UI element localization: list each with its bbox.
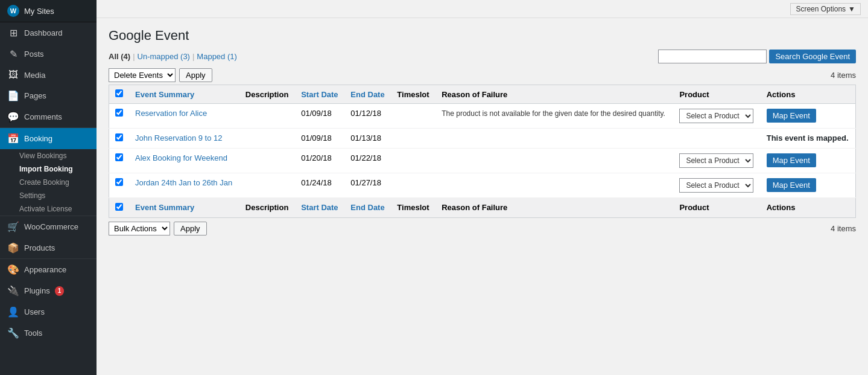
footer-select-all-checkbox[interactable] — [115, 203, 123, 211]
row-end-date-3: 01/22/18 — [344, 149, 391, 173]
footer-sort-end-date[interactable]: End Date — [350, 203, 384, 212]
sidebar-item-appearance[interactable]: 🎨 Appearance — [0, 259, 97, 280]
header-event-summary: Event Summary — [129, 85, 239, 104]
row-end-date-4: 01/27/18 — [344, 173, 391, 198]
footer-failure-header: Reason of Failure — [436, 198, 673, 218]
filter-bar: All (4) | Un-mapped (3) | Mapped (1) Sea… — [109, 50, 856, 63]
apply-button-top[interactable]: Apply — [179, 68, 212, 82]
select-all-checkbox[interactable] — [115, 89, 123, 97]
sidebar: W My Sites ⊞ Dashboard ✎ Posts 🖼 Media 📄… — [0, 0, 97, 375]
row-product-3: Select a Product Select Product — [673, 149, 760, 173]
footer-checkbox-cell — [109, 198, 130, 218]
row-product-1: Select a Product Select Product — [673, 104, 760, 129]
users-icon: 👤 — [7, 306, 19, 318]
sidebar-item-pages[interactable]: 📄 Pages — [0, 85, 97, 106]
filter-mapped[interactable]: Mapped (1) — [197, 52, 236, 61]
row-checkbox-3[interactable] — [115, 153, 123, 161]
sort-event-summary[interactable]: Event Summary — [135, 90, 194, 99]
sidebar-item-tools[interactable]: 🔧 Tools — [0, 322, 97, 344]
search-button[interactable]: Search Google Event — [769, 50, 856, 63]
row-start-date-1: 01/09/18 — [295, 104, 344, 129]
bulk-bar-bottom: Bulk Actions Apply 4 items — [109, 222, 856, 236]
sidebar-item-booking[interactable]: 📅 Booking — [0, 128, 97, 149]
sidebar-sub-create-booking[interactable]: Create Booking — [0, 176, 97, 189]
map-event-button-3[interactable]: Map Event — [767, 153, 816, 167]
row-actions-3: Map Event — [761, 149, 856, 173]
event-link-2[interactable]: John Reservation 9 to 12 — [135, 133, 223, 143]
apply-button-bottom[interactable]: Apply — [174, 222, 207, 236]
bulk-actions-select-bottom[interactable]: Bulk Actions — [109, 222, 170, 236]
bulk-actions-select-top[interactable]: Delete Events — [109, 68, 176, 82]
mapped-text-2: This event is mapped. — [767, 133, 849, 143]
row-checkbox-4[interactable] — [115, 178, 123, 186]
footer-start-date-header: Start Date — [295, 198, 344, 218]
row-description-3 — [239, 149, 295, 173]
sidebar-sub-settings[interactable]: Settings — [0, 189, 97, 202]
event-link-3[interactable]: Alex Booking for Weekend — [135, 153, 227, 162]
wordpress-icon: W — [7, 5, 19, 17]
header-timeslot: Timeslot — [391, 85, 436, 104]
row-actions-2: This event is mapped. — [761, 129, 856, 149]
footer-sort-event-summary[interactable]: Event Summary — [135, 203, 194, 212]
row-end-date-1: 01/12/18 — [344, 104, 391, 129]
footer-sort-start-date[interactable]: Start Date — [301, 203, 338, 212]
filter-unmapped[interactable]: Un-mapped (3) — [138, 52, 190, 61]
sidebar-item-comments[interactable]: 💬 Comments — [0, 106, 97, 127]
dashboard-icon: ⊞ — [7, 27, 19, 39]
plugins-icon: 🔌 — [7, 285, 19, 296]
bulk-bar-top: Delete Events Apply 4 items — [109, 68, 856, 82]
product-select-1[interactable]: Select a Product Select Product — [679, 109, 753, 123]
sidebar-sub-import-booking[interactable]: Import Booking — [0, 162, 97, 176]
sidebar-sub-activate-license[interactable]: Activate License — [0, 202, 97, 216]
filter-all[interactable]: All (4) — [109, 52, 130, 61]
event-link-1[interactable]: Reservation for Alice — [135, 109, 207, 118]
map-event-button-1[interactable]: Map Event — [767, 109, 816, 123]
sidebar-item-label-appearance: Appearance — [24, 265, 66, 274]
table-row: Reservation for Alice 01/09/18 01/12/18 … — [109, 104, 856, 129]
sidebar-item-dashboard[interactable]: ⊞ Dashboard — [0, 22, 97, 43]
sidebar-item-label-dashboard: Dashboard — [24, 28, 63, 37]
row-checkbox-2[interactable] — [115, 133, 123, 141]
row-failure-1: The product is not available for the giv… — [436, 104, 673, 129]
table-row: John Reservation 9 to 12 01/09/18 01/13/… — [109, 129, 856, 149]
tools-icon: 🔧 — [7, 327, 19, 339]
items-count-bottom: 4 items — [831, 224, 856, 233]
sidebar-item-plugins[interactable]: 🔌 Plugins 1 — [0, 280, 97, 301]
sort-start-date[interactable]: Start Date — [301, 90, 338, 99]
sidebar-item-users[interactable]: 👤 Users — [0, 301, 97, 322]
pages-icon: 📄 — [7, 90, 19, 101]
row-start-date-2: 01/09/18 — [295, 129, 344, 149]
sidebar-item-label-products: Products — [24, 243, 55, 252]
header-product: Product — [673, 85, 760, 104]
plugins-badge: 1 — [55, 286, 65, 296]
sidebar-item-label-tools: Tools — [24, 329, 42, 338]
page-content: Google Event All (4) | Un-mapped (3) | M… — [97, 18, 868, 375]
screen-options-button[interactable]: Screen Options ▼ — [790, 3, 861, 15]
sidebar-item-label-posts: Posts — [24, 50, 44, 59]
sidebar-item-label-woocommerce: WooCommerce — [24, 222, 78, 231]
row-start-date-4: 01/24/18 — [295, 173, 344, 198]
sidebar-sub-view-bookings[interactable]: View Bookings — [0, 149, 97, 162]
event-link-4[interactable]: Jordan 24th Jan to 26th Jan — [135, 178, 232, 187]
sidebar-item-media[interactable]: 🖼 Media — [0, 65, 97, 85]
sidebar-item-woocommerce[interactable]: 🛒 WooCommerce — [0, 216, 97, 237]
sidebar-item-posts[interactable]: ✎ Posts — [0, 43, 97, 65]
sidebar-item-label-users: Users — [24, 307, 45, 316]
product-select-3[interactable]: Select a Product Select Product — [679, 153, 753, 168]
row-failure-4 — [436, 173, 673, 198]
sort-end-date[interactable]: End Date — [350, 90, 384, 99]
sidebar-logo-text: My Sites — [24, 7, 54, 16]
row-event-summary-4: Jordan 24th Jan to 26th Jan — [129, 173, 239, 198]
product-select-4[interactable]: Select a Product Select Product — [679, 178, 753, 193]
screen-options-label: Screen Options — [796, 5, 846, 13]
search-bar: Search Google Event — [658, 50, 856, 63]
sidebar-item-products[interactable]: 📦 Products — [0, 237, 97, 258]
map-event-button-4[interactable]: Map Event — [767, 178, 816, 192]
header-end-date: End Date — [344, 85, 391, 104]
search-input[interactable] — [658, 50, 767, 63]
row-checkbox-1[interactable] — [115, 109, 123, 117]
row-start-date-3: 01/20/18 — [295, 149, 344, 173]
row-checkbox-cell-1 — [109, 104, 130, 129]
topbar: Screen Options ▼ — [97, 0, 868, 18]
header-description: Description — [239, 85, 295, 104]
